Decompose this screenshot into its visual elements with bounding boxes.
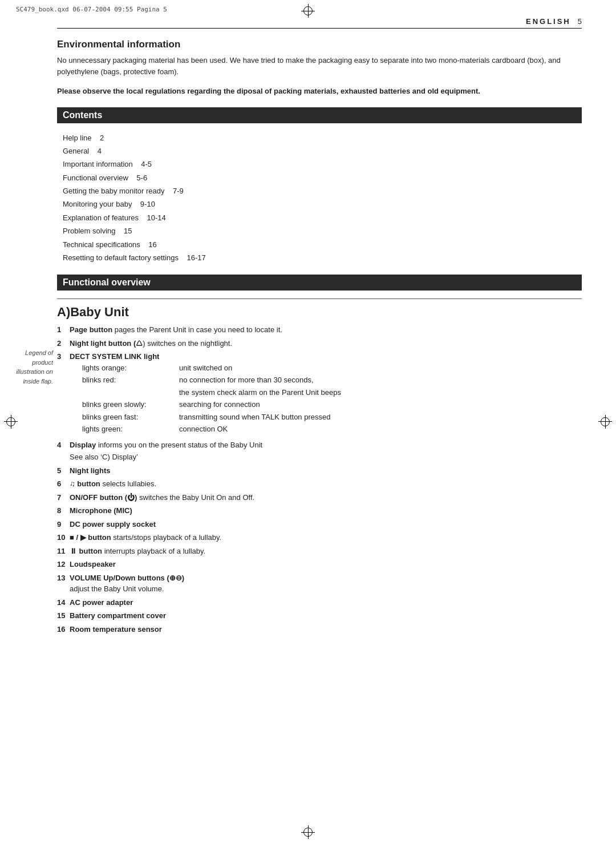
dect-row-2: blinks red: no connection for more than … [82, 374, 582, 386]
list-item: General 4 [63, 144, 582, 158]
item-label-16: Room temperature sensor [70, 625, 162, 634]
item-number-16: 16 [57, 624, 70, 635]
item-content-15: Battery compartment cover [70, 610, 582, 622]
item-content-7: ON/OFF button (⏻) switches the Baby Unit… [70, 492, 582, 503]
functional-header: Functional overview [57, 275, 582, 291]
list-item: Getting the baby monitor ready 7-9 [63, 184, 582, 197]
page-number: 5 [578, 17, 582, 26]
item-content-2: Night light button (🛆) switches on the n… [70, 338, 582, 349]
dect-row-2b: the system check alarm on the Parent Uni… [82, 387, 582, 398]
item-content-16: Room temperature sensor [70, 624, 582, 635]
dect-row-3: blinks green slowly: searching for conne… [82, 399, 582, 410]
divider [57, 299, 582, 299]
item-content-14: AC power adapter [70, 597, 582, 608]
item-number-7: 7 [57, 492, 70, 503]
dect-label-1: lights orange: [82, 362, 179, 374]
header-line: ENGLISH 5 [57, 17, 582, 29]
item-number-4: 4 [57, 439, 70, 463]
item-content-5: Night lights [70, 465, 582, 477]
item-number-5: 5 [57, 465, 70, 477]
dect-label-4: blinks green fast: [82, 412, 179, 423]
item-desc-7: switches the Baby Unit On and Off. [139, 493, 254, 502]
dect-value-1: unit switched on [179, 362, 582, 374]
item-10: 10 ■ / ▶ button starts/stops playback of… [57, 532, 582, 543]
item-label-8: Microphone (MIC) [70, 506, 132, 515]
reg-mark-right [597, 413, 614, 430]
item-7: 7 ON/OFF button (⏻) switches the Baby Un… [57, 492, 582, 503]
item-number-3: 3 [57, 351, 70, 437]
item-content-9: DC power supply socket [70, 519, 582, 530]
item-content-6: ♫ button selects lullabies. [70, 478, 582, 490]
item-content-4: Display informs you on the present statu… [70, 439, 582, 463]
reg-mark-bottom [299, 824, 317, 841]
item-label-3: DECT SYSTEM LINK light [70, 352, 159, 361]
dect-label-2: blinks red: [82, 374, 179, 386]
item-content-11: ⏸ button interrupts playback of a lullab… [70, 546, 582, 557]
item-2: 2 Night light button (🛆) switches on the… [57, 338, 582, 349]
night-light-button: Night light button ( [70, 339, 136, 348]
item-16: 16 Room temperature sensor [57, 624, 582, 635]
item-label-10: ■ / ▶ button [70, 533, 111, 542]
dect-row-4: blinks green fast: transmitting sound wh… [82, 412, 582, 423]
item-13: 13 VOLUME Up/Down buttons (⊕⊖) adjust th… [57, 572, 582, 595]
item-desc-10: starts/stops playback of a lullaby. [113, 533, 221, 542]
dect-value-2b: the system check alarm on the Parent Uni… [179, 387, 582, 398]
item-label-13: VOLUME Up/Down buttons (⊕⊖) [70, 574, 184, 582]
dect-label-2b [82, 387, 179, 398]
item-5: 5 Night lights [57, 465, 582, 477]
list-item: Functional overview 5-6 [63, 171, 582, 184]
item-14: 14 AC power adapter [57, 597, 582, 608]
item-label-14: AC power adapter [70, 598, 133, 607]
item-desc-11: interrupts playback of a lullaby. [104, 547, 206, 555]
item-label-6: ♫ button [70, 479, 100, 488]
item-desc-1: pages the Parent Unit in case you need t… [115, 325, 282, 334]
item-desc-6: selects lullabies. [102, 479, 156, 488]
item-label-7: ON/OFF button (⏻) [70, 493, 137, 502]
list-item: Problem solving 15 [63, 224, 582, 237]
item-number-15: 15 [57, 610, 70, 622]
item-content-12: Loudspeaker [70, 559, 582, 570]
list-item: Important information 4-5 [63, 158, 582, 171]
item-content-13: VOLUME Up/Down buttons (⊕⊖) adjust the B… [70, 572, 582, 595]
item-11: 11 ⏸ button interrupts playback of a lul… [57, 546, 582, 557]
reg-mark-left [2, 413, 19, 430]
item-8: 8 Microphone (MIC) [57, 505, 582, 517]
list-item: Monitoring your baby 9-10 [63, 197, 582, 211]
item-content-10: ■ / ▶ button starts/stops playback of a … [70, 532, 582, 543]
item-number-2: 2 [57, 338, 70, 349]
item-1: 1 Page button pages the Parent Unit in c… [57, 324, 582, 336]
item-label-11: ⏸ button [70, 547, 102, 555]
dect-value-4: transmitting sound when TALK button pres… [179, 412, 582, 423]
list-item: Technical specifications 16 [63, 238, 582, 251]
item-label-15: Battery compartment cover [70, 611, 166, 620]
item-see-also: See also ‘C) Display’ [70, 451, 582, 463]
list-item: Resetting to default factory settings 16… [63, 251, 582, 264]
item-desc-13: adjust the Baby Unit volume. [70, 584, 164, 593]
item-6: 6 ♫ button selects lullabies. [57, 478, 582, 490]
item-number-6: 6 [57, 478, 70, 490]
item-label-5: Night lights [70, 466, 111, 475]
item-label-4: Display [70, 441, 96, 449]
item-content-1: Page button pages the Parent Unit in cas… [70, 324, 582, 336]
page-language: ENGLISH [526, 17, 571, 26]
env-section: Environmental information No unnecessary… [57, 39, 582, 97]
item-content-3: DECT SYSTEM LINK light lights orange: un… [70, 351, 582, 437]
item-desc-2: switches on the nightlight. [147, 339, 232, 348]
item-label-2-end: ) [143, 339, 145, 348]
file-info: SC479_book.qxd 06-07-2004 09:55 Pagina 5 [16, 6, 167, 13]
dect-value-2: no connection for more than 30 seconds, [179, 374, 582, 386]
dect-label-5: lights green: [82, 423, 179, 435]
item-label-12: Loudspeaker [70, 560, 116, 568]
item-number-9: 9 [57, 519, 70, 530]
dect-value-5: connection OK [179, 423, 582, 435]
item-label-1: Page button [70, 325, 112, 334]
item-4: 4 Display informs you on the present sta… [57, 439, 582, 463]
item-desc-4: informs you on the present status of the… [98, 441, 262, 449]
item-content-8: Microphone (MIC) [70, 505, 582, 517]
page-wrapper: SC479_book.qxd 06-07-2004 09:55 Pagina 5… [0, 0, 616, 843]
list-item: Help line 2 [63, 131, 582, 144]
contents-header: Contents [57, 107, 582, 123]
item-number-8: 8 [57, 505, 70, 517]
sidebar-legend: Legend of product illustration on inside… [16, 348, 53, 386]
item-number-13: 13 [57, 572, 70, 595]
